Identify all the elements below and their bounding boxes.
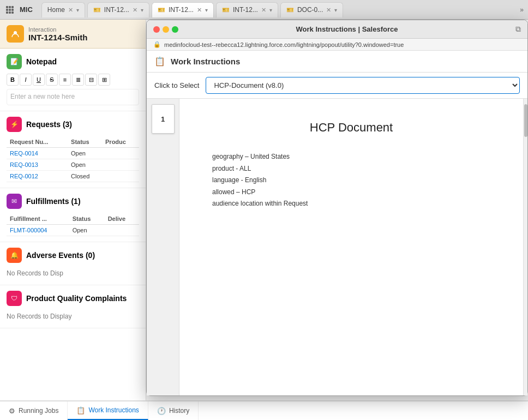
svg-rect-7	[9, 11, 11, 14]
request-product-0012	[102, 171, 139, 182]
fulfillment-delivery-0001	[105, 225, 139, 236]
requests-col-status: Status	[68, 136, 102, 148]
notepad-icon: 📝	[7, 54, 22, 69]
svg-rect-0	[6, 6, 8, 8]
browser-tab-int2[interactable]: 🎫 INT-12... ✕ ▾	[152, 2, 214, 17]
bottom-bar: ⚙ Running Jobs 📋 Work Instructions 🕐 His…	[0, 400, 528, 420]
tab-chevron-int2[interactable]: ▾	[205, 7, 208, 13]
tab-close-int2[interactable]: ✕	[197, 7, 202, 14]
product-quality-no-records: No Records to Display	[7, 310, 139, 322]
request-link-0012[interactable]: REQ-0012	[10, 173, 38, 179]
work-instructions-header: Work Instructions	[171, 57, 240, 66]
page-thumb-1[interactable]: 1	[152, 104, 175, 134]
product-quality-title: Product Quality Complaints	[26, 294, 127, 303]
popup-scrollbar[interactable]	[523, 99, 527, 395]
external-link-icon[interactable]: ⧉	[515, 25, 521, 34]
request-status-0012: Closed	[68, 171, 102, 182]
document-select[interactable]: HCP-Document (v8.0)	[206, 77, 520, 94]
browser-tab-int1[interactable]: 🎫 INT-12... ✕ ▾	[87, 2, 149, 17]
history-icon: 🕐	[157, 407, 166, 415]
request-product-0013	[102, 159, 139, 171]
fulfillment-link-0001[interactable]: FLMT-000004	[10, 227, 47, 233]
meta-line-2: language - English	[212, 175, 490, 187]
interaction-id: INT-1214-Smith	[28, 33, 87, 42]
maximize-button[interactable]	[172, 26, 178, 33]
strikethrough-button[interactable]: S	[46, 74, 58, 86]
requests-section: ⚡ Requests (3) Request Nu... Status Prod…	[0, 111, 146, 188]
meta-line-3: allowed – HCP	[212, 187, 490, 199]
browser-more-tabs[interactable]: »	[520, 6, 524, 14]
tab-close-int1[interactable]: ✕	[133, 7, 137, 14]
tab-chevron-home[interactable]: ▾	[76, 7, 79, 13]
tab-icon-int3: 🎫	[222, 7, 230, 14]
tab-label-int1: INT-12...	[104, 6, 129, 14]
meta-line-4: audience location within Request	[212, 198, 490, 210]
grid-icon	[4, 4, 15, 15]
popup-title: Work Instructions | Salesforce	[183, 25, 511, 33]
browser-tab-int3[interactable]: 🎫 INT-12... ✕ ▾	[216, 2, 278, 17]
indent-less-button[interactable]: ⊟	[85, 74, 97, 86]
interaction-header: Interaction INT-1214-Smith	[0, 20, 146, 49]
browser-tab-doc[interactable]: 🎫 DOC-0... ✕ ▾	[280, 2, 343, 17]
svg-rect-8	[11, 11, 14, 14]
italic-button[interactable]: I	[20, 74, 32, 86]
tab-chevron-doc[interactable]: ▾	[334, 7, 337, 13]
tab-label-int2: INT-12...	[169, 6, 194, 14]
adverse-events-no-records: No Records to Disp	[7, 267, 139, 279]
minimize-button[interactable]	[163, 26, 169, 33]
notepad-section: 📝 Notepad B I U S ≡ ≣ ⊟ ⊞ Enter a new no…	[0, 49, 146, 111]
sidebar: Interaction INT-1214-Smith 📝 Notepad B I…	[0, 20, 146, 400]
page-sidebar: 1	[147, 99, 179, 395]
svg-rect-1	[9, 6, 11, 8]
fulfillments-section: ✉ Fulfillments (1) Fulfillment ... Statu…	[0, 188, 146, 242]
browser-tab-home[interactable]: Home ✕ ▾	[41, 2, 85, 17]
popup-url-bar: 🔒 medinfocloud-test--rebecca12.lightning…	[147, 39, 527, 51]
close-button[interactable]	[153, 26, 160, 33]
bottom-tab-history[interactable]: 🕐 History	[148, 401, 199, 420]
requests-col-product: Produc	[102, 136, 139, 148]
svg-rect-4	[9, 9, 11, 11]
unordered-list-button[interactable]: ≡	[59, 74, 71, 86]
underline-button[interactable]: U	[33, 74, 45, 86]
document-content: HCP Document geography – United States p…	[179, 99, 523, 395]
indent-more-button[interactable]: ⊞	[98, 74, 110, 86]
request-link-0013[interactable]: REQ-0013	[10, 161, 38, 168]
running-jobs-label: Running Jobs	[19, 407, 58, 415]
tab-close-int3[interactable]: ✕	[261, 7, 266, 14]
interaction-label: Interaction	[28, 26, 87, 33]
tab-close-home[interactable]: ✕	[68, 7, 73, 14]
product-quality-icon: 🛡	[7, 291, 22, 306]
popup-url: medinfocloud-test--rebecca12.lightning.f…	[164, 41, 404, 48]
table-row: FLMT-000004 Open	[7, 225, 139, 236]
interaction-icon	[7, 25, 24, 43]
fulfillments-col-status: Status	[69, 213, 105, 225]
bottom-tab-work-instructions[interactable]: 📋 Work Instructions	[68, 401, 148, 420]
click-to-select-label: Click to Select	[154, 81, 199, 89]
fulfillments-col-delivery: Delive	[105, 213, 139, 225]
note-input[interactable]: Enter a new note here	[7, 89, 139, 105]
fulfillments-col-id: Fulfillment ...	[7, 213, 69, 225]
work-instructions-icon: 📋	[154, 56, 165, 67]
tab-label-doc: DOC-0...	[297, 6, 323, 14]
fulfillments-icon: ✉	[7, 194, 22, 209]
product-quality-section: 🛡 Product Quality Complaints No Records …	[0, 285, 146, 328]
tab-label-int3: INT-12...	[233, 6, 258, 14]
fulfillments-title: Fulfillments (1)	[26, 197, 81, 206]
bottom-tab-running-jobs[interactable]: ⚙ Running Jobs	[0, 401, 68, 420]
ordered-list-button[interactable]: ≣	[72, 74, 84, 86]
svg-rect-5	[11, 9, 14, 11]
table-row: REQ-0013 Open	[7, 159, 139, 171]
fulfillment-status-0001: Open	[69, 225, 105, 236]
bold-button[interactable]: B	[7, 74, 19, 86]
requests-icon: ⚡	[7, 117, 22, 132]
tab-icon-int1: 🎫	[93, 7, 101, 14]
work-instructions-popup: Work Instructions | Salesforce ⧉ 🔒 medin…	[146, 20, 528, 396]
popup-content-header: 📋 Work Instructions	[147, 51, 527, 73]
notepad-title: Notepad	[26, 57, 57, 66]
lock-icon: 🔒	[153, 41, 161, 48]
tab-close-doc[interactable]: ✕	[326, 7, 331, 14]
request-link-0014[interactable]: REQ-0014	[10, 150, 38, 157]
tab-chevron-int1[interactable]: ▾	[141, 7, 143, 13]
tab-chevron-int3[interactable]: ▾	[269, 7, 272, 13]
work-instructions-tab-label: Work Instructions	[88, 406, 139, 414]
